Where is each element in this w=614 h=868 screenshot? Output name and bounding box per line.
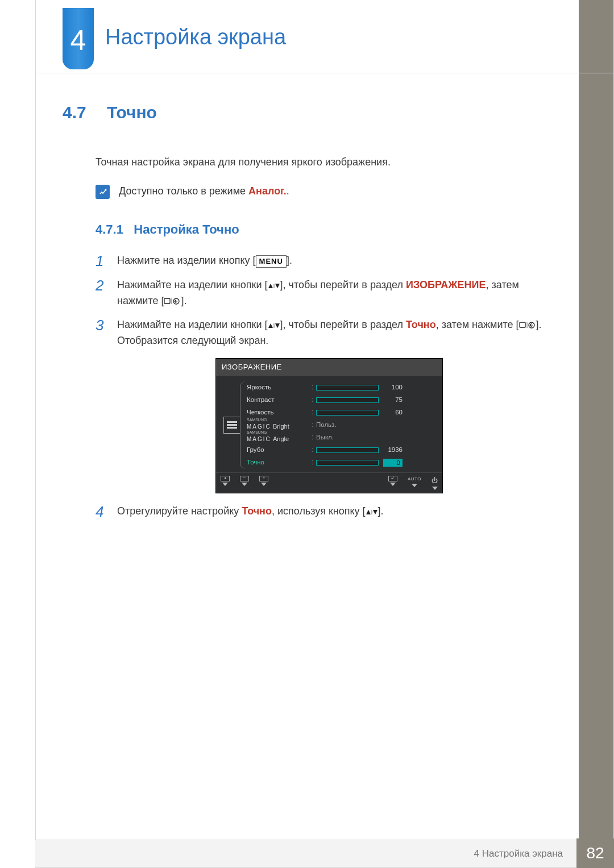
note-highlight: Аналог. (248, 185, 287, 197)
keyword-fine: Точно (242, 505, 272, 517)
section-number: 4.7 (63, 103, 86, 122)
osd-curve-decoration (240, 381, 246, 469)
footer-chapter-label: 4 Настройка экрана (35, 840, 576, 867)
chapter-title: Настройка экрана (105, 25, 286, 49)
page-footer: 4 Настройка экрана 82 (35, 838, 614, 868)
osd-footer-enter-icon: ↲ (388, 476, 397, 490)
chapter-number-badge: 4 (63, 8, 94, 69)
step-4: 4 Отрегулируйте настройку Точно, использ… (96, 504, 563, 520)
up-down-triangle-icon (268, 319, 280, 330)
keyword-fine: Точно (406, 319, 436, 330)
chapter-header: 4 Настройка экрана (63, 8, 286, 70)
step-number: 1 (96, 253, 117, 269)
svg-marker-2 (275, 284, 280, 288)
note-row: Доступно только в режиме Аналог.. (96, 184, 563, 200)
up-down-triangle-icon (268, 279, 280, 290)
osd-footer-auto-icon: AUTO (408, 476, 421, 490)
subsection-number: 4.7.1 (96, 222, 123, 236)
osd-row-magic-bright: SAMSUNG MAGIC Bright : Польз. (247, 419, 435, 431)
step-1: 1 Нажмите на изделии кнопку [MENU]. (96, 253, 563, 269)
note-text: Доступно только в режиме Аналог.. (119, 184, 289, 200)
svg-marker-10 (373, 510, 377, 514)
svg-rect-3 (164, 298, 170, 304)
osd-footer: ◂ − + ↲ AUTO ⏻ (216, 472, 442, 493)
subsection-title: Настройка Точно (134, 222, 239, 236)
svg-point-0 (105, 189, 106, 191)
note-icon (96, 185, 110, 199)
osd-row-fine: Точно: 0 (247, 456, 435, 469)
up-down-triangle-icon (366, 505, 378, 517)
intro-paragraph: Точная настройка экрана для получения яр… (96, 155, 563, 171)
osd-row-contrast: Контраст: 75 (247, 394, 435, 406)
osd-row-sharpness: Четкость: 60 (247, 406, 435, 419)
osd-footer-minus-icon: − (240, 476, 249, 490)
subsection-heading: 4.7.1 Настройка Точно (96, 220, 563, 239)
steps-list: 1 Нажмите на изделии кнопку [MENU]. 2 На… (96, 253, 563, 520)
menu-button-icon: MENU (256, 255, 287, 268)
osd-screenshot: ИЗОБРАЖЕНИЕ Яркость: 100 (215, 358, 443, 493)
step-2: 2 Нажимайте на изделии кнопки [], чтобы … (96, 277, 563, 309)
osd-row-brightness: Яркость: 100 (247, 381, 435, 394)
section-title: Точно (107, 103, 157, 122)
svg-marker-1 (268, 284, 273, 288)
source-enter-icon (164, 295, 181, 306)
page-content: 4.7 Точно Точная настройка экрана для по… (63, 99, 563, 528)
osd-footer-back-icon: ◂ (221, 476, 230, 490)
osd-footer-power-icon: ⏻ (432, 476, 438, 490)
step-number: 2 (96, 277, 117, 294)
svg-marker-9 (366, 510, 371, 514)
osd-title: ИЗОБРАЖЕНИЕ (216, 359, 442, 376)
osd-bar (316, 385, 379, 391)
step-3: 3 Нажимайте на изделии кнопки [], чтобы … (96, 317, 563, 349)
keyword-image: ИЗОБРАЖЕНИЕ (406, 279, 486, 290)
footer-page-number: 82 (576, 838, 614, 868)
svg-marker-6 (275, 323, 280, 328)
section-heading: 4.7 Точно (63, 99, 563, 126)
osd-footer-plus-icon: + (259, 476, 268, 490)
svg-marker-5 (268, 323, 273, 328)
svg-rect-7 (520, 322, 525, 327)
osd-row-magic-angle: SAMSUNG MAGIC Angle : Выкл. (247, 431, 435, 444)
source-enter-icon (519, 319, 536, 330)
osd-picture-icon (223, 417, 240, 434)
header-divider (35, 73, 614, 73)
step-number: 3 (96, 317, 117, 334)
step-number: 4 (96, 504, 117, 520)
osd-row-coarse: Грубо: 1936 (247, 444, 435, 456)
